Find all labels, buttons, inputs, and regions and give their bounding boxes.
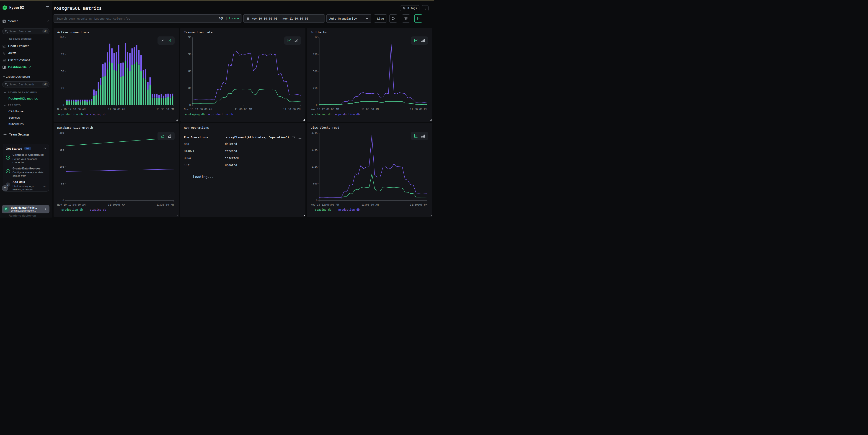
sidebar-preset-kubernetes[interactable]: Kubernetes <box>8 122 50 126</box>
get-started-item-connect[interactable]: Connect to ClickHouse Set up your databa… <box>6 153 46 164</box>
sidebar-item-team-settings[interactable]: Team Settings <box>3 133 50 136</box>
sidebar-item-search[interactable]: Search <box>2 18 50 25</box>
resize-handle[interactable] <box>430 215 432 216</box>
svg-text:0: 0 <box>316 199 317 202</box>
bar-view-icon[interactable] <box>294 38 299 42</box>
page-title: PostgreSQL metrics <box>54 6 102 11</box>
bar-view-icon[interactable] <box>421 38 425 42</box>
svg-text:0: 0 <box>62 199 64 202</box>
legend-item[interactable]: — production_db <box>208 113 233 116</box>
legend-item[interactable]: — staging_db <box>86 113 106 116</box>
download-icon[interactable] <box>298 135 302 139</box>
saved-dashboards-search[interactable]: ⌘K <box>2 81 50 88</box>
line-view-icon[interactable] <box>287 38 291 42</box>
resize-handle[interactable] <box>303 119 305 121</box>
line-view-icon[interactable] <box>414 38 418 42</box>
chevron-up-icon[interactable] <box>29 65 32 69</box>
resize-handle[interactable] <box>430 119 432 121</box>
sidebar-preset-clickhouse[interactable]: ClickHouse <box>8 109 50 113</box>
sidebar-item-label: Dashboards <box>8 65 27 69</box>
legend-item[interactable]: — staging_db <box>312 208 332 211</box>
resize-handle[interactable] <box>303 215 305 216</box>
svg-text:Nov 10 12:00:00 AM: Nov 10 12:00:00 AM <box>57 203 86 206</box>
lucene-mode-toggle[interactable]: Lucene <box>229 17 239 20</box>
column-resize-handle[interactable] <box>223 135 223 139</box>
svg-text:2K: 2K <box>188 87 191 90</box>
chart-legend: — staging_db— production_db <box>184 113 302 116</box>
svg-text:750: 750 <box>313 53 317 56</box>
saved-searches-input[interactable] <box>9 30 41 33</box>
svg-text:20B: 20B <box>60 131 64 134</box>
saved-dashboards-input[interactable] <box>9 83 41 86</box>
granularity-select[interactable]: Auto Granularity <box>327 14 371 23</box>
play-icon <box>417 17 420 20</box>
sidebar-dashboard-postgresql-metrics[interactable]: PostgreSQL metrics <box>8 97 50 100</box>
get-started-item-add-data[interactable]: 3 Add Data Start sending logs, metrics, … <box>6 180 46 191</box>
chevron-up-icon[interactable] <box>43 146 46 150</box>
create-dashboard-button[interactable]: + Create Dashboard <box>3 75 50 78</box>
panel-database-size-growth: Database size growth 05B10B15B20BNov 10 … <box>54 123 179 217</box>
chart-view-toggle <box>157 132 175 140</box>
sql-mode-toggle[interactable]: SQL <box>219 17 224 20</box>
table-header-row-operations[interactable]: Row Operations <box>184 135 223 139</box>
chevron-up-icon[interactable] <box>47 19 50 23</box>
sidebar-item-label: Chart Explorer <box>8 44 29 48</box>
legend-item[interactable]: — staging_db <box>185 113 205 116</box>
table-header-operation[interactable]: arrayElement(Attributes, 'operation') <box>226 135 289 139</box>
get-started-item-desc: Set up your database connection <box>12 157 46 164</box>
sidebar-item-alerts[interactable]: Alerts <box>2 49 50 57</box>
legend-item[interactable]: — production_db <box>58 113 83 116</box>
cell-count: 314071 <box>184 149 225 153</box>
get-started-title: Get Started <box>6 147 22 150</box>
sidebar-preset-services[interactable]: Services <box>8 116 50 119</box>
svg-text:11:00:00 AM: 11:00:00 AM <box>108 108 125 111</box>
sidebar-item-chart-explorer[interactable]: Chart Explorer <box>2 42 50 49</box>
line-view-icon[interactable] <box>160 38 164 42</box>
saved-dashboards-section[interactable]: SAVED DASHBOARDS <box>4 91 50 94</box>
sidebar-item-dashboards[interactable]: Dashboards <box>2 64 50 71</box>
presets-section[interactable]: PRESETS <box>4 104 50 107</box>
filter-button[interactable] <box>402 14 410 23</box>
help-button[interactable]: ? <box>2 185 8 191</box>
legend-item[interactable]: — production_db <box>58 208 83 211</box>
profile-email: dominic.tran@clickho... <box>11 209 37 212</box>
event-search-input[interactable] <box>57 17 219 20</box>
chart-canvas: 05B10B15B20BNov 10 12:00:00 AM11:00:00 A… <box>57 131 175 208</box>
run-query-button[interactable] <box>414 14 422 23</box>
chevron-right-icon <box>44 207 47 211</box>
legend-item[interactable]: — staging_db <box>312 113 332 116</box>
svg-text:75: 75 <box>61 53 64 56</box>
line-view-icon[interactable] <box>160 134 164 138</box>
date-range-picker[interactable]: Nov 10 00:00:00 - Nov 11 00:00:00 <box>243 14 325 23</box>
sidebar-collapse-icon[interactable] <box>45 6 50 10</box>
chart-view-toggle <box>411 132 428 140</box>
bar-view-icon[interactable] <box>167 134 172 138</box>
saved-searches-search[interactable]: ⌘K <box>2 28 50 34</box>
panel-rollbacks: Rollbacks 02505007501KNov 10 12:00:00 AM… <box>307 28 432 122</box>
legend-item[interactable]: — production_db <box>335 113 360 116</box>
more-menu-button[interactable] <box>422 5 429 11</box>
line-view-icon[interactable] <box>414 134 418 138</box>
resize-handle[interactable] <box>177 215 178 216</box>
check-circle-icon <box>6 167 10 178</box>
bar-view-icon[interactable] <box>167 38 172 42</box>
sidebar-item-client-sessions[interactable]: Client Sessions <box>2 57 50 64</box>
tag-icon <box>403 7 406 10</box>
tags-button[interactable]: 0 Tags <box>400 5 420 11</box>
svg-text:1.2K: 1.2K <box>312 165 318 168</box>
svg-text:4K: 4K <box>188 70 191 73</box>
sort-list-icon[interactable] <box>292 135 296 139</box>
panel-title: Database size growth <box>57 126 175 129</box>
chart-legend: — staging_db— production_db <box>311 113 429 116</box>
refresh-button[interactable] <box>389 14 397 23</box>
legend-item[interactable]: — production_db <box>335 208 360 211</box>
svg-text:8K: 8K <box>188 36 191 39</box>
get-started-item-sources[interactable]: Create Data Sources Configure where your… <box>6 167 46 178</box>
legend-item[interactable]: — staging_db <box>86 208 106 211</box>
svg-text:500: 500 <box>313 70 317 73</box>
profile-card[interactable]: D dominic.tran@clic... dominic.tran@clic… <box>2 205 50 213</box>
event-search-box[interactable]: SQL | Lucene <box>54 14 242 23</box>
live-button[interactable]: Live <box>374 14 387 23</box>
resize-handle[interactable] <box>177 119 178 121</box>
bar-view-icon[interactable] <box>421 134 425 138</box>
